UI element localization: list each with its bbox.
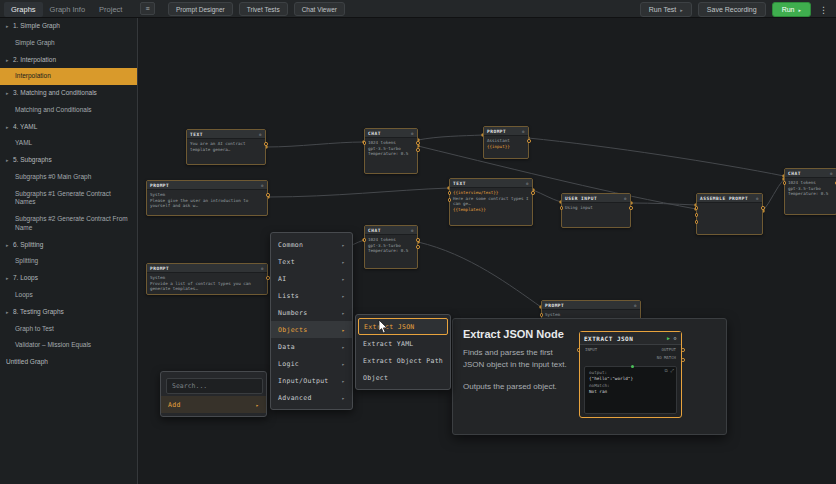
node-settings-icon[interactable]: ⚙ [830,171,833,176]
sidebar-item-3-matching-and-conditionals[interactable]: ▸3. Matching and Conditionals [0,85,137,102]
input-port-dot[interactable] [695,206,699,210]
node-settings-icon[interactable]: ⚙ [259,132,262,137]
tree-caret-icon[interactable]: ▸ [6,124,13,131]
sidebar-item-1-simple-graph[interactable]: ▸1. Simple Graph [0,18,137,35]
graph-node-text[interactable]: TEXT⚙{{interview/text}}Here are some con… [449,178,533,226]
sidebar-item-7-loops[interactable]: ▸7. Loops [0,270,137,287]
menu-item-text[interactable]: Text▸ [271,253,352,270]
graph-node-text[interactable]: TEXT⚙You are an AI contract template gen… [186,129,266,165]
sidebar-item-5-subgraphs[interactable]: ▸5. Subgraphs [0,152,137,169]
menu-item-advanced[interactable]: Advanced▸ [271,389,352,406]
node-settings-icon[interactable]: ⚙ [624,196,627,201]
node-settings-icon[interactable]: ⚙ [411,131,414,136]
output-port-dot[interactable] [416,245,420,249]
node-settings-icon[interactable]: ⚙ [261,183,264,188]
output-port-label: OUTPUT [662,347,676,352]
sidebar-item-splitting[interactable]: Splitting [0,253,137,270]
sidebar-item-graph-to-test[interactable]: Graph to Test [0,321,137,338]
node-settings-icon[interactable]: ⚙ [261,266,264,271]
tree-caret-icon[interactable]: ▸ [6,57,13,64]
input-port-dot[interactable] [448,191,452,195]
menu-item-label: Lists [278,292,299,300]
menu-item-numbers[interactable]: Numbers▸ [271,304,352,321]
output-port-dot[interactable] [416,148,420,152]
output-port-dot[interactable] [416,238,420,242]
graph-node-assemble-prompt[interactable]: ASSEMBLE PROMPT⚙ [696,193,763,235]
sidebar-toggle-button[interactable]: ≡ [140,2,155,15]
sidebar-item-subgraphs-2-generate-contract-from-name[interactable]: Subgraphs #2 Generate Contract From Name [0,211,137,237]
menu-item-common[interactable]: Common▸ [271,236,352,253]
graph-node-chat[interactable]: CHAT⚙1024 tokensgpt-3.5-turboTemperature… [364,128,418,174]
tree-caret-icon[interactable]: ▸ [6,157,13,164]
run-button[interactable]: Run▸ [772,2,811,17]
sidebar-item-matching-and-conditionals[interactable]: Matching and Conditionals [0,102,137,119]
graph-node-prompt[interactable]: PROMPT⚙SystemProvide a list of contract … [146,263,268,295]
tab-project[interactable]: Project [92,2,129,17]
menu-item-add[interactable]: Add ▸ [161,396,266,413]
chat-viewer-button[interactable]: Chat Viewer [294,2,345,16]
sidebar-item-interpolation[interactable]: Interpolation [0,68,137,85]
tab-graph-info[interactable]: Graph Info [43,2,92,17]
input-port-dot[interactable] [783,181,787,185]
sidebar-item-8-testing-graphs[interactable]: ▸8. Testing Graphs [0,304,137,321]
sidebar-item-untitled-graph[interactable]: Untitled Graph [0,354,137,371]
tree-caret-icon[interactable]: ▸ [6,275,13,282]
input-port-dot[interactable] [448,198,452,202]
input-port-dot[interactable] [363,238,367,242]
sidebar-item-yaml[interactable]: YAML [0,135,137,152]
menu-item-logic[interactable]: Logic▸ [271,355,352,372]
trivet-tests-button[interactable]: Trivet Tests [239,2,288,16]
output-port-dot[interactable] [531,191,535,195]
run-test-button[interactable]: Run Test▸ [640,2,692,17]
sidebar-item-validator-mission-equals[interactable]: Validator – Mission Equals [0,337,137,354]
menu-item-ai[interactable]: AI▸ [271,270,352,287]
output-port-dot[interactable] [629,206,633,210]
search-input[interactable] [166,378,263,394]
input-port-dot[interactable] [695,213,699,217]
output-port-dot[interactable] [527,139,531,143]
graph-node-chat[interactable]: CHAT⚙1024 tokensgpt-3.5-turboTemperature… [364,225,418,269]
node-settings-icon[interactable]: ⚙ [522,129,525,134]
save-recording-button[interactable]: Save Recording [698,2,766,17]
tree-caret-icon[interactable]: ▸ [6,242,13,249]
tree-caret-icon[interactable]: ▸ [6,23,13,30]
graph-node-chat[interactable]: CHAT⚙1024 tokensgpt-3.5-turboTemperature… [784,168,836,215]
sidebar-item-4-yaml[interactable]: ▸4. YAML [0,119,137,136]
sidebar-item-subgraphs-0-main-graph[interactable]: Subgraphs #0 Main Graph [0,169,137,186]
node-body-line: Please give the user an introduction to … [150,198,264,209]
node-settings-icon[interactable]: ⚙ [526,181,529,186]
overflow-menu-button[interactable]: ⋮ [817,5,830,15]
graph-node-user-input[interactable]: USER INPUT⚙Using input [561,193,631,228]
menu-item-extract-object-path[interactable]: Extract Object Path [356,352,450,369]
sidebar-item-subgraphs-1-generate-contract-names[interactable]: Subgraphs #1 Generate Contract Names [0,186,137,212]
menu-item-extract-json[interactable]: Extract JSON [358,318,448,335]
menu-item-objects[interactable]: Objects▸ [271,321,352,338]
tree-caret-icon[interactable]: ▸ [6,90,13,97]
input-port-dot[interactable] [560,206,564,210]
menu-item-input-output[interactable]: Input/Output▸ [271,372,352,389]
sidebar-item-loops[interactable]: Loops [0,287,137,304]
tab-graphs[interactable]: Graphs [4,2,43,17]
tree-caret-icon[interactable]: ▸ [6,309,13,316]
menu-item-extract-yaml[interactable]: Extract YAML [356,335,450,352]
graph-node-prompt[interactable]: PROMPT⚙Assistant{{input}} [483,126,529,159]
sidebar-item-2-interpolation[interactable]: ▸2. Interpolation [0,52,137,69]
node-settings-icon[interactable]: ⚙ [634,303,637,308]
input-port-dot[interactable] [540,313,544,317]
output-port-dot[interactable] [266,276,270,280]
menu-item-lists[interactable]: Lists▸ [271,287,352,304]
node-settings-icon[interactable]: ⚙ [756,196,759,201]
menu-item-data[interactable]: Data▸ [271,338,352,355]
sidebar-item-simple-graph[interactable]: Simple Graph [0,35,137,52]
menu-item-object[interactable]: Object [356,369,450,386]
node-settings-icon[interactable]: ⚙ [411,228,414,233]
prompt-designer-button[interactable]: Prompt Designer [168,2,233,16]
input-port-dot[interactable] [695,220,699,224]
sidebar-item-6-splitting[interactable]: ▸6. Splitting [0,237,137,254]
output-port-dot[interactable] [266,193,270,197]
output-port-dot[interactable] [416,141,420,145]
output-port-dot[interactable] [761,206,765,210]
output-port-dot[interactable] [264,142,268,146]
input-port-dot[interactable] [363,141,367,145]
graph-node-prompt[interactable]: PROMPT⚙SystemPlease give the user an int… [146,180,268,216]
